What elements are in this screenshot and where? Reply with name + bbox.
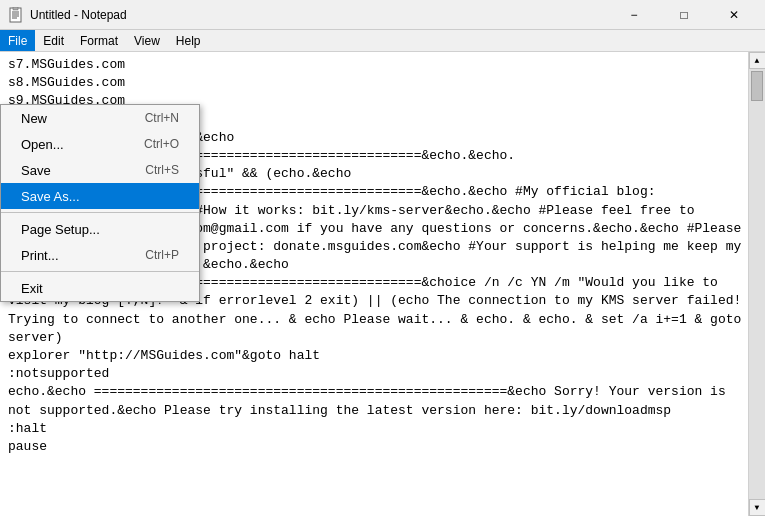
menu-view[interactable]: View (126, 30, 168, 51)
menu-item-print-label: Print... (21, 248, 59, 263)
menu-item-new-label: New (21, 111, 47, 126)
scroll-track[interactable] (749, 69, 765, 499)
menu-separator-2 (1, 271, 199, 272)
menu-item-save-as-label: Save As... (21, 189, 80, 204)
scroll-down-button[interactable]: ▼ (749, 499, 766, 516)
menu-bar: File Edit Format View Help (0, 30, 765, 52)
menu-item-save-shortcut: Ctrl+S (145, 163, 179, 177)
window-controls: − □ ✕ (611, 0, 757, 30)
menu-item-save[interactable]: Save Ctrl+S (1, 157, 199, 183)
menu-format[interactable]: Format (72, 30, 126, 51)
window-title: Untitled - Notepad (30, 8, 127, 22)
menu-item-save-label: Save (21, 163, 51, 178)
menu-item-open-shortcut: Ctrl+O (144, 137, 179, 151)
menu-item-new[interactable]: New Ctrl+N (1, 105, 199, 131)
editor-container: s7.MSGuides.com s8.MSGuides.com s9.MSGui… (0, 52, 765, 516)
menu-separator-1 (1, 212, 199, 213)
menu-item-new-shortcut: Ctrl+N (145, 111, 179, 125)
scroll-up-button[interactable]: ▲ (749, 52, 766, 69)
vertical-scrollbar[interactable]: ▲ ▼ (748, 52, 765, 516)
title-bar-left: Untitled - Notepad (8, 7, 127, 23)
svg-rect-1 (13, 7, 18, 10)
close-button[interactable]: ✕ (711, 0, 757, 30)
menu-edit[interactable]: Edit (35, 30, 72, 51)
file-dropdown: New Ctrl+N Open... Ctrl+O Save Ctrl+S Sa… (0, 104, 200, 302)
menu-file[interactable]: File (0, 30, 35, 51)
file-menu: New Ctrl+N Open... Ctrl+O Save Ctrl+S Sa… (0, 104, 200, 302)
scroll-thumb[interactable] (751, 71, 763, 101)
maximize-button[interactable]: □ (661, 0, 707, 30)
menu-item-open-label: Open... (21, 137, 64, 152)
menu-item-open[interactable]: Open... Ctrl+O (1, 131, 199, 157)
menu-item-page-setup-label: Page Setup... (21, 222, 100, 237)
menu-item-exit-label: Exit (21, 281, 43, 296)
menu-item-save-as[interactable]: Save As... (1, 183, 199, 209)
minimize-button[interactable]: − (611, 0, 657, 30)
menu-item-print-shortcut: Ctrl+P (145, 248, 179, 262)
title-bar: Untitled - Notepad − □ ✕ (0, 0, 765, 30)
notepad-icon (8, 7, 24, 23)
menu-item-exit[interactable]: Exit (1, 275, 199, 301)
menu-item-page-setup[interactable]: Page Setup... (1, 216, 199, 242)
menu-help[interactable]: Help (168, 30, 209, 51)
menu-item-print[interactable]: Print... Ctrl+P (1, 242, 199, 268)
